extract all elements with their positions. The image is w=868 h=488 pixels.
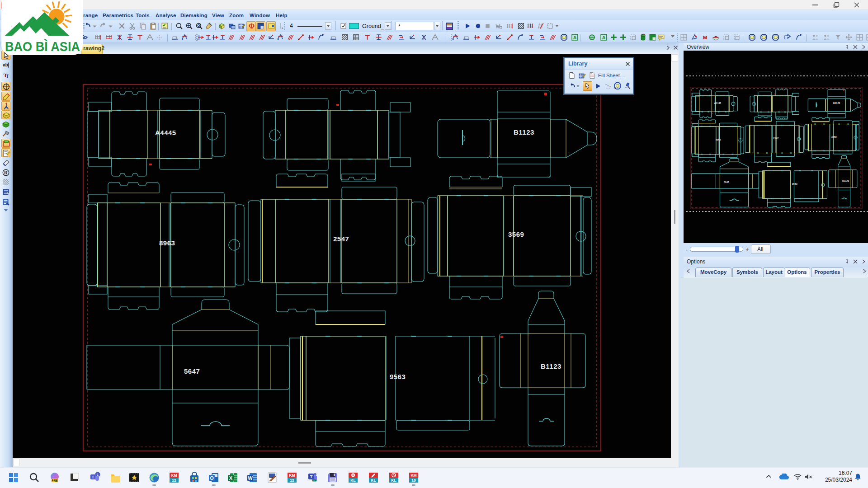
svg-text:2547: 2547 <box>333 235 349 243</box>
svg-text:KM: KM <box>289 473 295 478</box>
svg-text:T: T <box>92 475 94 479</box>
svg-text:BAO BÌ ASIA: BAO BÌ ASIA <box>5 39 80 54</box>
svg-text:A: A <box>573 35 577 40</box>
svg-text:12: 12 <box>172 478 176 483</box>
svg-text:3569: 3569 <box>508 230 524 238</box>
svg-text:Φ: Φ <box>249 22 255 30</box>
svg-text:A4445: A4445 <box>155 129 176 136</box>
svg-text:O: O <box>210 475 214 481</box>
svg-text:KM: KM <box>171 473 177 478</box>
svg-text:M: M <box>703 34 708 40</box>
svg-text:T: T <box>6 74 9 79</box>
svg-text:A: A <box>602 35 606 40</box>
svg-text:KM: KM <box>410 473 416 478</box>
svg-text:T: T <box>310 474 313 479</box>
svg-text:PRE: PRE <box>52 479 58 482</box>
svg-text:B1123: B1123 <box>541 362 561 370</box>
svg-text:9563: 9563 <box>390 373 406 380</box>
svg-text:KL: KL <box>350 478 355 483</box>
svg-text:ab: ab <box>3 62 8 67</box>
svg-text:KL: KL <box>371 478 376 483</box>
svg-text:NEW: NEW <box>312 479 317 482</box>
svg-text:1: 1 <box>97 473 99 476</box>
svg-text:X: X <box>229 475 233 481</box>
svg-text:12: 12 <box>290 478 294 483</box>
svg-text:8963: 8963 <box>159 239 175 247</box>
svg-text:KL: KL <box>391 478 396 483</box>
svg-text:W: W <box>248 475 253 481</box>
svg-text:R: R <box>4 170 8 175</box>
svg-text:10: 10 <box>411 478 416 483</box>
svg-text:B1123: B1123 <box>514 128 534 136</box>
svg-text:5647: 5647 <box>184 367 200 375</box>
